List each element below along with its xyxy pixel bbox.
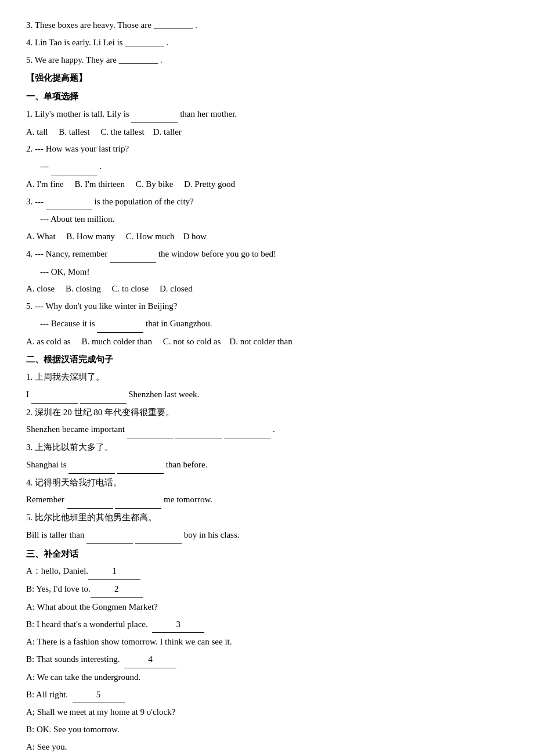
p2-q5-chinese: 5. 比尔比他班里的其他男生都高。: [26, 510, 508, 526]
p2-q5-english: Bill is taller than boy in his class.: [26, 527, 508, 544]
p2-q2-chinese: 2. 深圳在 20 世纪 80 年代变得很重要。: [26, 405, 508, 421]
p2-q5-blank1: [86, 527, 133, 544]
part1-title: 一、单项选择: [26, 89, 508, 105]
p2-q5-blank2: [135, 527, 182, 544]
q4-question: 4. --- Nancy, remember the window before…: [26, 246, 508, 263]
dialogue-a5: A; Shall we meet at my home at 9 o'clock…: [26, 704, 508, 721]
q5-options: A. as cold as B. much colder than C. not…: [26, 334, 508, 350]
q5-question: 5. --- Why don't you like winter in Beij…: [26, 298, 508, 315]
p2-q2-blank3: [224, 422, 270, 438]
q1-question: 1. Lily's mother is tall. Lily is than h…: [26, 106, 508, 123]
q2-blank: [51, 159, 98, 175]
line-4: 4. Lin Tao is early. Li Lei is _________…: [26, 35, 508, 51]
p2-q1-english: I Shenzhen last week.: [26, 387, 508, 404]
dialogue-a1: A：hello, Daniel. 1: [26, 563, 508, 580]
section-header: 【强化提高题】: [26, 70, 508, 87]
p2-q2-english: Shenzhen became important .: [26, 422, 508, 438]
p2-q3-blank2: [117, 457, 164, 474]
dialogue-b5: B: OK. See you tomorrow.: [26, 722, 508, 738]
q1-blank: [131, 106, 178, 123]
q5-continuation: --- Because it is that in Guangzhou.: [40, 316, 508, 333]
dialogue-a4: A: We can take the underground.: [26, 669, 508, 686]
blank-4: 4: [124, 651, 176, 668]
q3-options: A. What B. How many C. How much D how: [26, 229, 508, 245]
dialogue-b1: B: Yes, I'd love to. 2: [26, 581, 508, 598]
p2-q4-blank1: [67, 492, 113, 509]
p2-q1-chinese: 1. 上周我去深圳了。: [26, 369, 508, 386]
q4-options: A. close B. closing C. to close D. close…: [26, 281, 508, 297]
line-3: 3. These boxes are heavy. Those are ____…: [26, 17, 508, 34]
q2-options: A. I'm fine B. I'm thirteen C. By bike D…: [26, 177, 508, 193]
dialogue-b4: B: All right. 5: [26, 687, 508, 704]
q2-continuation: --- .: [40, 159, 508, 175]
p2-q4-blank2: [115, 492, 161, 509]
line-5: 5. We are happy. They are _________ .: [26, 52, 508, 69]
dialogue-a6: A: See you.: [26, 739, 508, 755]
p2-q1-blank1: [31, 387, 78, 404]
q5-blank: [97, 316, 143, 333]
q3-blank: [46, 194, 92, 211]
p2-q4-english: Remember me tomorrow.: [26, 492, 508, 509]
q3-continuation: --- About ten million.: [40, 211, 508, 228]
p2-q2-blank1: [127, 422, 174, 438]
p2-q3-blank1: [68, 457, 115, 474]
p2-q3-english: Shanghai is than before.: [26, 457, 508, 474]
p2-q2-blank2: [175, 422, 222, 438]
part2-title: 二、根据汉语完成句子: [26, 352, 508, 368]
blank-1: 1: [88, 563, 140, 580]
q3-question: 3. --- is the population of the city?: [26, 194, 508, 211]
q4-continuation: --- OK, Mom!: [40, 264, 508, 280]
q4-blank: [110, 246, 156, 263]
p2-q3-chinese: 3. 上海比以前大多了。: [26, 440, 508, 456]
dialogue-b3: B: That sounds interesting. 4: [26, 651, 508, 668]
q1-options: A. tall B. tallest C. the tallest D. tal…: [26, 124, 508, 141]
p2-q4-chinese: 4. 记得明天给我打电话。: [26, 475, 508, 491]
p2-q1-blank2: [80, 387, 127, 404]
blank-2: 2: [91, 581, 143, 598]
dialogue-a3: A: There is a fashion show tomorrow. I t…: [26, 634, 508, 650]
q2-question: 2. --- How was your last trip?: [26, 141, 508, 157]
blank-5: 5: [73, 687, 125, 704]
worksheet-content: 3. These boxes are heavy. Those are ____…: [26, 17, 508, 756]
blank-3: 3: [152, 617, 204, 633]
part3-title: 三、补全对话: [26, 546, 508, 563]
dialogue-a2: A: What about the Gongmen Market?: [26, 599, 508, 615]
dialogue-b2: B: I heard that's a wonderful place. 3: [26, 617, 508, 633]
